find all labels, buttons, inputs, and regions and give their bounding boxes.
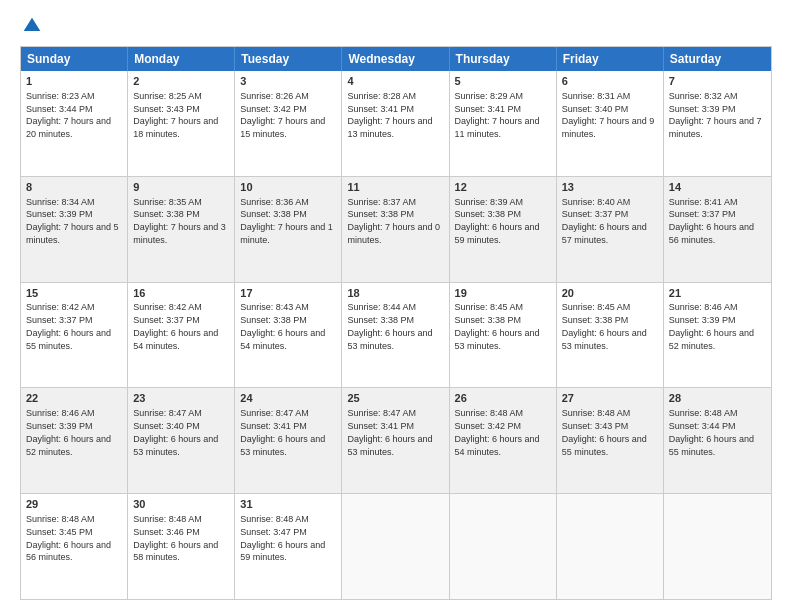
day-number: 11 [347,180,443,195]
day-number: 15 [26,286,122,301]
header-day-monday: Monday [128,47,235,71]
cell-info: Sunrise: 8:25 AM Sunset: 3:43 PM Dayligh… [133,91,218,139]
cell-info: Sunrise: 8:48 AM Sunset: 3:47 PM Dayligh… [240,514,325,562]
calendar-cell: 1Sunrise: 8:23 AM Sunset: 3:44 PM Daylig… [21,71,128,176]
cell-info: Sunrise: 8:31 AM Sunset: 3:40 PM Dayligh… [562,91,655,139]
cell-info: Sunrise: 8:35 AM Sunset: 3:38 PM Dayligh… [133,197,226,245]
calendar-cell: 15Sunrise: 8:42 AM Sunset: 3:37 PM Dayli… [21,283,128,388]
calendar-cell: 27Sunrise: 8:48 AM Sunset: 3:43 PM Dayli… [557,388,664,493]
calendar-cell: 2Sunrise: 8:25 AM Sunset: 3:43 PM Daylig… [128,71,235,176]
day-number: 27 [562,391,658,406]
calendar-cell: 20Sunrise: 8:45 AM Sunset: 3:38 PM Dayli… [557,283,664,388]
day-number: 14 [669,180,766,195]
day-number: 17 [240,286,336,301]
day-number: 5 [455,74,551,89]
calendar-cell [342,494,449,599]
calendar-header: SundayMondayTuesdayWednesdayThursdayFrid… [21,47,771,71]
cell-info: Sunrise: 8:29 AM Sunset: 3:41 PM Dayligh… [455,91,540,139]
cell-info: Sunrise: 8:39 AM Sunset: 3:38 PM Dayligh… [455,197,540,245]
calendar-cell: 16Sunrise: 8:42 AM Sunset: 3:37 PM Dayli… [128,283,235,388]
cell-info: Sunrise: 8:48 AM Sunset: 3:44 PM Dayligh… [669,408,754,456]
day-number: 29 [26,497,122,512]
logo-icon [22,16,42,36]
day-number: 7 [669,74,766,89]
cell-info: Sunrise: 8:36 AM Sunset: 3:38 PM Dayligh… [240,197,333,245]
cell-info: Sunrise: 8:43 AM Sunset: 3:38 PM Dayligh… [240,302,325,350]
cell-info: Sunrise: 8:40 AM Sunset: 3:37 PM Dayligh… [562,197,647,245]
header-day-thursday: Thursday [450,47,557,71]
day-number: 8 [26,180,122,195]
day-number: 2 [133,74,229,89]
cell-info: Sunrise: 8:48 AM Sunset: 3:42 PM Dayligh… [455,408,540,456]
header-day-tuesday: Tuesday [235,47,342,71]
day-number: 13 [562,180,658,195]
day-number: 23 [133,391,229,406]
cell-info: Sunrise: 8:45 AM Sunset: 3:38 PM Dayligh… [455,302,540,350]
cell-info: Sunrise: 8:48 AM Sunset: 3:43 PM Dayligh… [562,408,647,456]
day-number: 6 [562,74,658,89]
calendar-cell [664,494,771,599]
calendar-cell: 23Sunrise: 8:47 AM Sunset: 3:40 PM Dayli… [128,388,235,493]
calendar-cell [450,494,557,599]
cell-info: Sunrise: 8:42 AM Sunset: 3:37 PM Dayligh… [26,302,111,350]
calendar-cell: 8Sunrise: 8:34 AM Sunset: 3:39 PM Daylig… [21,177,128,282]
svg-marker-0 [24,18,41,31]
cell-info: Sunrise: 8:47 AM Sunset: 3:41 PM Dayligh… [347,408,432,456]
calendar-cell: 12Sunrise: 8:39 AM Sunset: 3:38 PM Dayli… [450,177,557,282]
day-number: 21 [669,286,766,301]
calendar-cell: 31Sunrise: 8:48 AM Sunset: 3:47 PM Dayli… [235,494,342,599]
day-number: 19 [455,286,551,301]
calendar-cell [557,494,664,599]
calendar-cell: 11Sunrise: 8:37 AM Sunset: 3:38 PM Dayli… [342,177,449,282]
cell-info: Sunrise: 8:46 AM Sunset: 3:39 PM Dayligh… [669,302,754,350]
cell-info: Sunrise: 8:37 AM Sunset: 3:38 PM Dayligh… [347,197,440,245]
day-number: 30 [133,497,229,512]
calendar-cell: 22Sunrise: 8:46 AM Sunset: 3:39 PM Dayli… [21,388,128,493]
day-number: 9 [133,180,229,195]
calendar-cell: 29Sunrise: 8:48 AM Sunset: 3:45 PM Dayli… [21,494,128,599]
logo-text [20,16,42,36]
day-number: 10 [240,180,336,195]
calendar-week-2: 8Sunrise: 8:34 AM Sunset: 3:39 PM Daylig… [21,177,771,283]
calendar: SundayMondayTuesdayWednesdayThursdayFrid… [20,46,772,600]
cell-info: Sunrise: 8:41 AM Sunset: 3:37 PM Dayligh… [669,197,754,245]
calendar-week-5: 29Sunrise: 8:48 AM Sunset: 3:45 PM Dayli… [21,494,771,599]
cell-info: Sunrise: 8:48 AM Sunset: 3:46 PM Dayligh… [133,514,218,562]
header-day-sunday: Sunday [21,47,128,71]
cell-info: Sunrise: 8:26 AM Sunset: 3:42 PM Dayligh… [240,91,325,139]
calendar-cell: 4Sunrise: 8:28 AM Sunset: 3:41 PM Daylig… [342,71,449,176]
day-number: 12 [455,180,551,195]
day-number: 31 [240,497,336,512]
calendar-cell: 30Sunrise: 8:48 AM Sunset: 3:46 PM Dayli… [128,494,235,599]
calendar-cell: 21Sunrise: 8:46 AM Sunset: 3:39 PM Dayli… [664,283,771,388]
cell-info: Sunrise: 8:32 AM Sunset: 3:39 PM Dayligh… [669,91,762,139]
calendar-cell: 14Sunrise: 8:41 AM Sunset: 3:37 PM Dayli… [664,177,771,282]
calendar-week-1: 1Sunrise: 8:23 AM Sunset: 3:44 PM Daylig… [21,71,771,177]
cell-info: Sunrise: 8:44 AM Sunset: 3:38 PM Dayligh… [347,302,432,350]
calendar-cell: 26Sunrise: 8:48 AM Sunset: 3:42 PM Dayli… [450,388,557,493]
calendar-cell: 7Sunrise: 8:32 AM Sunset: 3:39 PM Daylig… [664,71,771,176]
day-number: 1 [26,74,122,89]
calendar-cell: 24Sunrise: 8:47 AM Sunset: 3:41 PM Dayli… [235,388,342,493]
header [20,16,772,36]
cell-info: Sunrise: 8:45 AM Sunset: 3:38 PM Dayligh… [562,302,647,350]
calendar-body: 1Sunrise: 8:23 AM Sunset: 3:44 PM Daylig… [21,71,771,599]
logo [20,16,42,36]
calendar-cell: 13Sunrise: 8:40 AM Sunset: 3:37 PM Dayli… [557,177,664,282]
calendar-cell: 5Sunrise: 8:29 AM Sunset: 3:41 PM Daylig… [450,71,557,176]
day-number: 4 [347,74,443,89]
day-number: 18 [347,286,443,301]
cell-info: Sunrise: 8:47 AM Sunset: 3:40 PM Dayligh… [133,408,218,456]
day-number: 3 [240,74,336,89]
calendar-cell: 9Sunrise: 8:35 AM Sunset: 3:38 PM Daylig… [128,177,235,282]
calendar-cell: 28Sunrise: 8:48 AM Sunset: 3:44 PM Dayli… [664,388,771,493]
calendar-week-4: 22Sunrise: 8:46 AM Sunset: 3:39 PM Dayli… [21,388,771,494]
day-number: 26 [455,391,551,406]
header-day-saturday: Saturday [664,47,771,71]
header-day-friday: Friday [557,47,664,71]
calendar-cell: 25Sunrise: 8:47 AM Sunset: 3:41 PM Dayli… [342,388,449,493]
cell-info: Sunrise: 8:42 AM Sunset: 3:37 PM Dayligh… [133,302,218,350]
header-day-wednesday: Wednesday [342,47,449,71]
cell-info: Sunrise: 8:34 AM Sunset: 3:39 PM Dayligh… [26,197,119,245]
day-number: 22 [26,391,122,406]
